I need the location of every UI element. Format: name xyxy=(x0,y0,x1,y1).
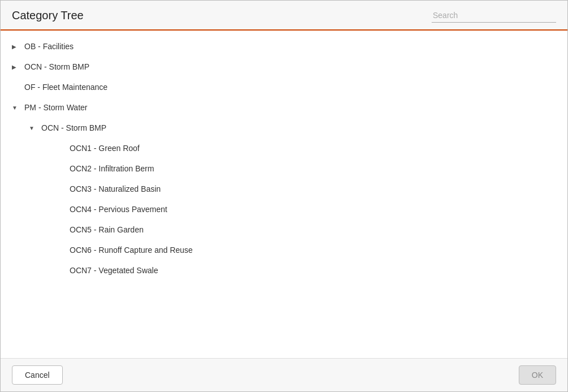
tree-body: ▶OB - Facilities▶OCN - Storm BMPOF - Fle… xyxy=(1,31,567,358)
dialog-footer: Cancel OK xyxy=(1,358,567,391)
tree-item-ocn5[interactable]: OCN5 - Rain Garden xyxy=(12,219,556,240)
tree-label-ocn5: OCN5 - Rain Garden xyxy=(70,225,144,234)
tree-label-ocn4: OCN4 - Pervious Pavement xyxy=(70,205,167,214)
tree-item-pm-storm-water[interactable]: ▼PM - Storm Water xyxy=(12,97,556,118)
toggle-icon-ocn-storm-bmp-root: ▶ xyxy=(12,64,21,70)
dialog-header: Category Tree xyxy=(1,1,567,31)
tree-item-ocn2[interactable]: OCN2 - Infiltration Berm xyxy=(12,158,556,179)
tree-label-ocn-storm-bmp-child: OCN - Storm BMP xyxy=(41,123,106,132)
tree-item-ocn-storm-bmp-child[interactable]: ▼OCN - Storm BMP xyxy=(12,118,556,138)
tree-label-ocn1: OCN1 - Green Roof xyxy=(70,144,140,153)
tree-item-ob-facilities[interactable]: ▶OB - Facilities xyxy=(12,36,556,57)
tree-item-ocn7[interactable]: OCN7 - Vegetated Swale xyxy=(12,260,556,281)
tree-item-ocn4[interactable]: OCN4 - Pervious Pavement xyxy=(12,199,556,219)
tree-item-ocn3[interactable]: OCN3 - Naturalized Basin xyxy=(12,179,556,199)
tree-label-ocn7: OCN7 - Vegetated Swale xyxy=(70,266,158,275)
tree-label-ocn6: OCN6 - Runoff Capture and Reuse xyxy=(70,245,193,255)
tree-label-ob-facilities: OB - Facilities xyxy=(24,42,74,51)
tree-label-ocn3: OCN3 - Naturalized Basin xyxy=(70,184,161,193)
tree-label-of-fleet: OF - Fleet Maintenance xyxy=(24,83,107,92)
search-input[interactable] xyxy=(432,8,556,23)
tree-label-ocn-storm-bmp-root: OCN - Storm BMP xyxy=(24,62,89,71)
toggle-icon-ocn-storm-bmp-child: ▼ xyxy=(29,125,38,131)
tree-item-ocn-storm-bmp-root[interactable]: ▶OCN - Storm BMP xyxy=(12,57,556,77)
tree-item-ocn1[interactable]: OCN1 - Green Roof xyxy=(12,138,556,158)
toggle-icon-pm-storm-water: ▼ xyxy=(12,105,21,111)
tree-label-pm-storm-water: PM - Storm Water xyxy=(24,103,88,112)
ok-button: OK xyxy=(519,365,556,385)
category-tree-dialog: Category Tree ▶OB - Facilities▶OCN - Sto… xyxy=(0,0,568,392)
tree-item-ocn6[interactable]: OCN6 - Runoff Capture and Reuse xyxy=(12,240,556,260)
dialog-title: Category Tree xyxy=(12,9,84,22)
tree-label-ocn2: OCN2 - Infiltration Berm xyxy=(70,164,154,173)
cancel-button[interactable]: Cancel xyxy=(12,365,63,385)
tree-item-of-fleet[interactable]: OF - Fleet Maintenance xyxy=(12,77,556,97)
toggle-icon-ob-facilities: ▶ xyxy=(12,44,21,50)
